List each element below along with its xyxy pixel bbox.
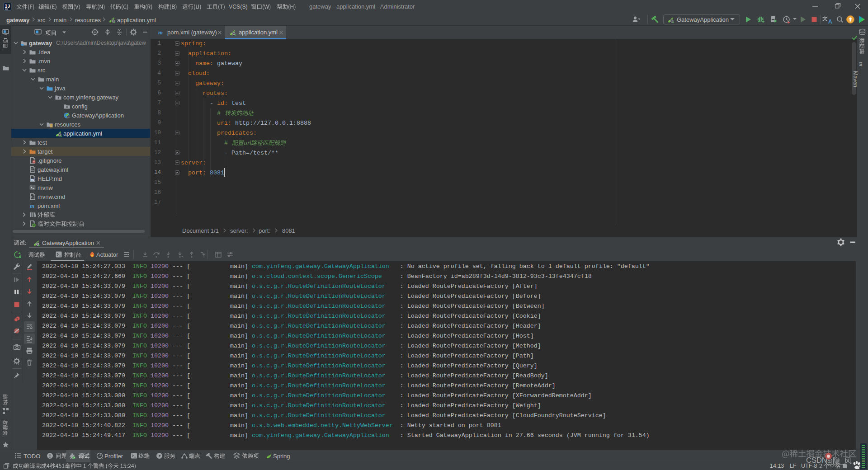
- svg-text:I: I: [203, 254, 204, 258]
- svg-text:m: m: [158, 29, 163, 36]
- svg-text:MD: MD: [31, 179, 35, 181]
- svg-text:IJ: IJ: [5, 4, 10, 9]
- svg-text:m: m: [858, 62, 865, 66]
- svg-text:m: m: [30, 202, 34, 209]
- svg-text:A: A: [828, 19, 832, 24]
